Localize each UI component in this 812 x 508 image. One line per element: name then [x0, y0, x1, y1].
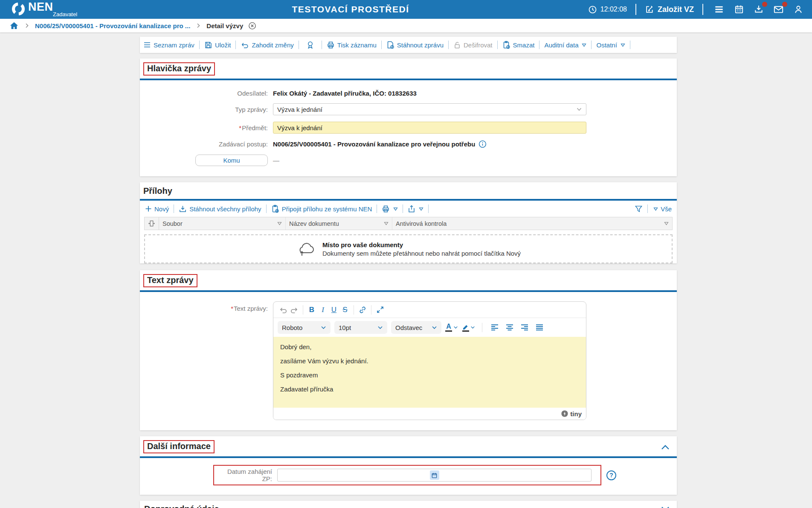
section-title-message-text: Text zprávy: [143, 274, 197, 287]
download-all-attachments-button[interactable]: Stáhnout všechny přílohy: [179, 205, 261, 213]
font-family-select[interactable]: Roboto: [278, 321, 331, 334]
dropdown-triangle-icon: [582, 43, 586, 47]
to-recipients-button[interactable]: Komu: [195, 155, 268, 166]
user-profile-button[interactable]: [792, 3, 805, 16]
message-list-button[interactable]: Seznam zpráv: [143, 41, 194, 49]
print-attachments-button[interactable]: [382, 205, 398, 213]
editor-content[interactable]: Dobrý den, zasíláme Vám výzvu k jednání.…: [273, 337, 586, 408]
ribbon-icon: [306, 41, 314, 50]
discard-changes-button[interactable]: Zahodit změny: [241, 41, 293, 49]
procedure-label: Zadávací postup:: [140, 140, 268, 148]
seal-button[interactable]: [304, 41, 317, 50]
column-header-document-name[interactable]: Název dokumentu: [285, 217, 392, 230]
topbar-divider: [702, 4, 703, 15]
align-center-button[interactable]: [504, 322, 515, 333]
other-button[interactable]: Ostatní: [596, 41, 625, 49]
chevron-down-icon: [321, 326, 326, 330]
strikethrough-button[interactable]: S: [339, 304, 351, 315]
text-color-button[interactable]: A: [445, 323, 458, 332]
download-message-button[interactable]: Stáhnout zprávu: [386, 41, 444, 49]
filter-button[interactable]: [635, 205, 643, 213]
main-menu-button[interactable]: [712, 3, 726, 16]
chevron-down-icon: [377, 326, 383, 330]
sender-value: Felix Okátý - Zadavatel příručka, IČO: 0…: [273, 90, 417, 97]
font-size-select[interactable]: 10pt: [334, 321, 387, 334]
attachments-dropzone[interactable]: Místo pro vaše dokumenty Dokumenty sem m…: [144, 234, 673, 263]
export-attachments-button[interactable]: [408, 205, 423, 213]
column-header-file[interactable]: Soubor: [159, 217, 285, 230]
dropzone-subtitle: Dokumenty sem můžete přetáhnout nebo nah…: [322, 250, 521, 257]
downloads-button[interactable]: [752, 3, 766, 16]
filter-triangle-icon[interactable]: [384, 222, 389, 225]
filter-triangle-icon[interactable]: [277, 222, 282, 225]
clipboard-attach-icon: [271, 204, 279, 213]
audit-data-button[interactable]: Auditní data: [544, 41, 586, 49]
editor-paragraph: Dobrý den,: [280, 343, 579, 350]
edit-icon: [645, 5, 654, 14]
save-icon: [204, 41, 212, 49]
expand-section-icon[interactable]: [661, 506, 670, 508]
section-additional-info: Další informace Datum zahájení ZP: ?: [140, 436, 677, 495]
section-title-additional-info: Další informace: [143, 440, 215, 453]
clipboard-delete-icon: [502, 41, 510, 49]
italic-button[interactable]: I: [317, 304, 328, 315]
required-marker: *: [231, 305, 233, 312]
section-accompanying-data: Doprovodné údaje: [140, 501, 677, 508]
editor-paragraph: S pozdravem: [280, 371, 579, 379]
chevron-down-icon: [576, 107, 582, 111]
info-icon[interactable]: [478, 140, 487, 148]
fullscreen-button[interactable]: [374, 304, 386, 315]
message-type-select[interactable]: Výzva k jednání: [273, 103, 586, 115]
attachments-table-header: Soubor Název dokumentu Antivirová kontro…: [144, 217, 673, 230]
close-tab-icon[interactable]: [248, 22, 256, 30]
undo-arrow-icon: [241, 41, 249, 49]
rich-text-editor: B I U S Roboto: [273, 301, 586, 420]
printer-icon: [382, 205, 390, 213]
bold-button[interactable]: B: [306, 304, 317, 315]
unlock-icon: [453, 41, 461, 49]
breadcrumb-procedure-link[interactable]: N006/25/V00005401 - Provozování kanaliza…: [35, 22, 190, 29]
collapse-section-icon[interactable]: [661, 444, 670, 450]
dropdown-triangle-icon: [393, 207, 398, 211]
save-button[interactable]: Uložit: [204, 41, 231, 49]
redo-button[interactable]: [289, 304, 300, 315]
downloads-badge: [762, 2, 767, 7]
messages-button[interactable]: [771, 3, 786, 16]
print-record-button[interactable]: Tisk záznamu: [327, 41, 377, 49]
highlight-color-button[interactable]: [462, 324, 475, 332]
filter-triangle-icon[interactable]: [664, 222, 669, 225]
new-attachment-button[interactable]: Nový: [145, 205, 169, 213]
column-settings-button[interactable]: [145, 217, 159, 230]
brand-name: NEN: [28, 2, 77, 12]
decrypt-button[interactable]: Dešifrovat: [453, 41, 493, 49]
tiny-brand-text[interactable]: tiny: [570, 410, 582, 417]
link-button[interactable]: [357, 304, 368, 315]
download-tray-icon: [179, 205, 187, 213]
chevron-down-icon: [453, 326, 458, 329]
messages-badge: [782, 2, 787, 7]
show-all-filter-button[interactable]: Vše: [652, 205, 672, 213]
help-icon[interactable]: ?: [606, 470, 616, 480]
align-justify-button[interactable]: [534, 322, 545, 333]
delete-button[interactable]: Smazat: [502, 41, 535, 49]
funnel-icon: [635, 205, 643, 213]
home-icon[interactable]: [9, 21, 19, 30]
block-format-select[interactable]: Odstavec: [391, 321, 441, 334]
share-export-icon: [408, 205, 415, 213]
align-left-button[interactable]: [489, 322, 500, 333]
plus-icon: [145, 205, 152, 212]
date-picker-calendar-icon[interactable]: [430, 470, 439, 480]
tiny-logo-icon: [561, 410, 568, 417]
undo-button[interactable]: [278, 304, 289, 315]
section-attachments: Přílohy Nový Stáhnout všechny přílohy Př…: [140, 182, 677, 263]
underline-button[interactable]: U: [328, 304, 339, 315]
editor-paragraph: Zadavatel příručka: [280, 385, 579, 393]
attach-from-nen-button[interactable]: Připojit přílohu ze systému NEN: [271, 204, 372, 213]
subject-input[interactable]: [273, 122, 586, 134]
nen-brand[interactable]: NEN Zadavatel: [11, 2, 77, 18]
calendar-button[interactable]: [732, 3, 746, 16]
environment-title: TESTOVACÍ PROSTŘEDÍ: [292, 4, 409, 15]
align-right-button[interactable]: [519, 322, 530, 333]
column-header-antivirus[interactable]: Antivirová kontrola: [392, 217, 672, 230]
create-vz-button[interactable]: Založit VZ: [645, 5, 694, 14]
